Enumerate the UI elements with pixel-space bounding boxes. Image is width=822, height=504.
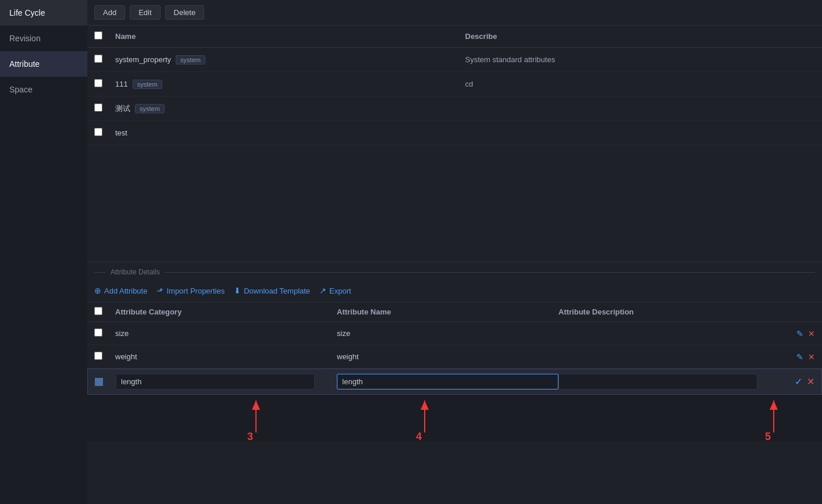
table-row: system_property system System standard a… (87, 48, 822, 72)
attr-category-input[interactable] (116, 374, 315, 389)
attr-name-header: Attribute Name (337, 308, 558, 316)
attr-select-all-checkbox[interactable] (94, 307, 102, 315)
add-attribute-label: Add Attribute (104, 287, 147, 295)
edit-button[interactable]: Edit (130, 5, 160, 20)
attr-category-header: Attribute Category (115, 308, 337, 316)
download-template-button[interactable]: ⬇ Download Template (234, 284, 310, 297)
annotation-5: 5 (765, 431, 771, 442)
table-row: test (87, 121, 822, 145)
row-checkbox-1[interactable] (94, 55, 102, 63)
divider-right (165, 272, 815, 273)
delete-attr-icon-1[interactable]: ✕ (808, 329, 815, 338)
edit-attr-icon-2[interactable]: ✎ (796, 352, 803, 362)
attr-table-row: size size ✎ ✕ (87, 322, 822, 345)
attr-row-checkbox-1[interactable] (94, 328, 102, 337)
plus-circle-icon: ⊕ (94, 286, 101, 295)
table-row: 111 system cd (87, 72, 822, 96)
export-button[interactable]: ↗ Export (319, 284, 351, 297)
edit-attr-icon-1[interactable]: ✎ (796, 329, 803, 338)
sidebar-item-attribute[interactable]: Attribute (0, 51, 87, 77)
attr-name-1: size (337, 329, 558, 338)
download-label: Download Template (244, 287, 310, 295)
download-icon: ⬇ (234, 286, 241, 295)
attr-desc-header: Attribute Description (558, 308, 780, 316)
row-tag-2: system (133, 80, 162, 89)
attr-desc-input[interactable] (558, 374, 757, 389)
import-icon: ⬏ (156, 286, 163, 295)
sidebar-item-revision[interactable]: Revision (0, 26, 87, 51)
row-tag-3: system (135, 104, 165, 113)
section-divider: Attribute Details (87, 264, 822, 280)
main-table: Name Describe system_property system Sys… (87, 26, 822, 145)
main-content: Add Edit Delete Name Describe system_pro… (87, 0, 822, 504)
row-desc-1: System standard attributes (465, 55, 816, 64)
annotation-3: 3 (247, 431, 253, 442)
main-table-area: Name Describe system_property system Sys… (87, 26, 822, 504)
add-attribute-button[interactable]: ⊕ Add Attribute (94, 284, 147, 297)
name-column-header: Name (115, 32, 465, 41)
main-table-header: Name Describe (87, 26, 822, 48)
describe-column-header: Describe (465, 32, 816, 41)
row-checkbox-4[interactable] (94, 128, 102, 136)
delete-button[interactable]: Delete (165, 5, 205, 20)
attr-category-1: size (115, 329, 337, 338)
annotation-4: 4 (416, 431, 422, 442)
add-button[interactable]: Add (94, 5, 125, 20)
attr-name-input[interactable] (337, 374, 558, 389)
export-label: Export (329, 287, 351, 295)
toolbar: Add Edit Delete (87, 0, 822, 26)
attr-table-header: Attribute Category Attribute Name Attrib… (87, 302, 822, 322)
row-name-4: test (115, 128, 127, 137)
editing-row-checkbox[interactable] (95, 378, 103, 386)
attr-category-2: weight (115, 352, 337, 361)
attr-row-checkbox-2[interactable] (94, 352, 102, 360)
row-tag-1: system (176, 55, 205, 65)
sidebar-item-space[interactable]: Space (0, 77, 87, 102)
cancel-edit-icon[interactable]: ✕ (807, 376, 814, 387)
row-desc-2: cd (465, 80, 816, 88)
annotations-svg: 3 4 5 (87, 395, 822, 441)
sidebar: Life Cycle Revision Attribute Space (0, 0, 87, 504)
table-row: 测试 system (87, 96, 822, 121)
import-label: Import Properties (166, 287, 225, 295)
row-name-3: 测试 (115, 103, 130, 114)
export-icon: ↗ (319, 286, 326, 295)
delete-attr-icon-2[interactable]: ✕ (808, 352, 815, 362)
import-properties-button[interactable]: ⬏ Import Properties (156, 284, 225, 297)
divider-left (94, 272, 106, 273)
attribute-details-section: Attribute Details ⊕ Add Attribute ⬏ Impo… (87, 262, 822, 395)
sidebar-item-lifecycle[interactable]: Life Cycle (0, 0, 87, 26)
row-name-1: system_property (115, 55, 171, 64)
select-all-checkbox[interactable] (94, 31, 102, 40)
attr-name-2: weight (337, 352, 558, 361)
row-checkbox-3[interactable] (94, 103, 102, 112)
confirm-edit-icon[interactable]: ✓ (795, 376, 802, 387)
attr-editing-row: ✓ ✕ (87, 369, 822, 395)
attr-table-row: weight weight ✎ ✕ (87, 345, 822, 369)
row-name-2: 111 (115, 80, 128, 88)
section-label: Attribute Details (111, 268, 160, 276)
row-checkbox-2[interactable] (94, 79, 102, 87)
attr-toolbar: ⊕ Add Attribute ⬏ Import Properties ⬇ Do… (87, 280, 822, 302)
